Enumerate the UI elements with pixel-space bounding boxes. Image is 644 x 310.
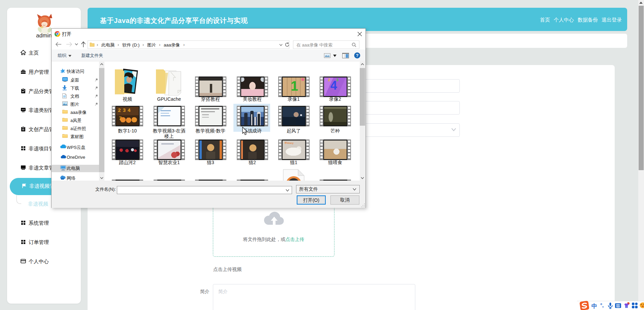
svg-text:?: ? (356, 53, 359, 58)
